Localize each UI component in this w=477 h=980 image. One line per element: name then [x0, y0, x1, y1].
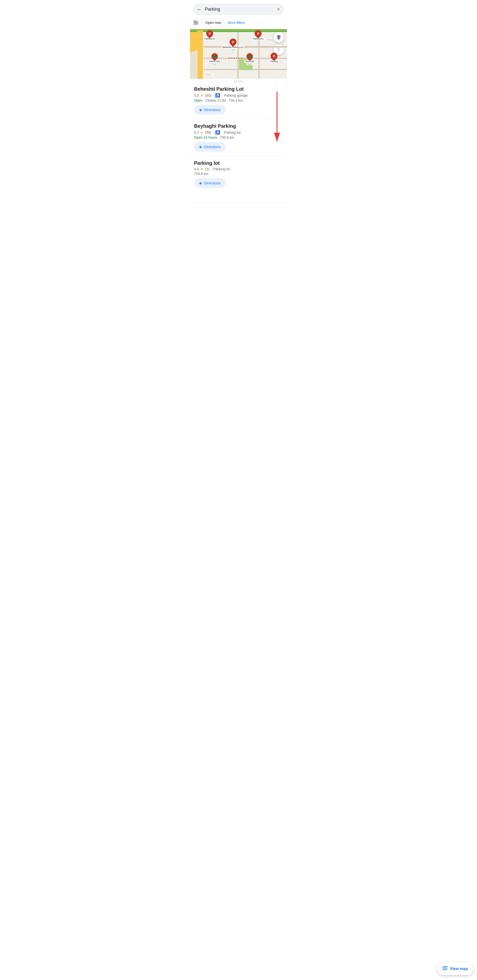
- rating-value: 3.5: [194, 94, 199, 97]
- results-list: Beheshti Parking Lot 3.5 ★ (50) · ♿ · Pa…: [190, 82, 287, 203]
- result-status: 729.8 km: [194, 172, 283, 176]
- result-meta: 4.2 ★ (56) · ♿ · Parking lot: [194, 130, 283, 135]
- search-query: Parking: [205, 7, 274, 12]
- result-type: Parking lot: [224, 130, 240, 134]
- directions-button[interactable]: ◈ Directions: [194, 178, 226, 188]
- filter-icon[interactable]: [193, 21, 199, 25]
- result-status: Open · Closes 21:00 · 730.4 km: [194, 99, 283, 102]
- star-icon: ★: [200, 130, 204, 134]
- svg-marker-7: [278, 50, 279, 52]
- result-type: Parking garage: [224, 94, 248, 97]
- map-pin-parking[interactable]: P Parking: [270, 53, 279, 63]
- result-name: Parking lot: [194, 160, 283, 166]
- clear-button[interactable]: ×: [277, 6, 280, 12]
- svg-point-5: [194, 23, 196, 25]
- directions-button[interactable]: ◈ Directions: [194, 142, 226, 152]
- search-bar[interactable]: ← Parking ×: [193, 3, 284, 15]
- result-item[interactable]: Beheshti Parking Lot 3.5 ★ (50) · ♿ · Pa…: [190, 82, 287, 119]
- filter-row: Open now More filters: [190, 18, 287, 29]
- result-name: Beyhaghi Parking: [194, 123, 283, 129]
- rating-value: 4.0: [194, 167, 199, 171]
- more-filters-button[interactable]: More filters: [228, 21, 245, 25]
- nav-icon: ◈: [199, 107, 202, 112]
- map-view[interactable]: 🚌 P Parking lot P Parking lot P Beheshti…: [190, 29, 287, 79]
- rating-value: 4.2: [194, 130, 199, 134]
- star-icon: ★: [200, 167, 204, 171]
- result-item[interactable]: Parking lot 4.0 ★ (1) · Parking lot 729.…: [190, 156, 287, 203]
- street-label: 4th St: [267, 38, 273, 41]
- result-name: Beheshti Parking Lot: [194, 86, 283, 92]
- svg-marker-6: [278, 48, 279, 50]
- result-meta: 4.0 ★ (1) · Parking lot: [194, 167, 283, 171]
- open-now-filter[interactable]: Open now: [201, 19, 225, 27]
- map-layers-button[interactable]: [273, 32, 284, 43]
- accessible-icon: ♿: [215, 93, 220, 98]
- review-count: (1): [205, 167, 209, 171]
- map-pin-beheshti[interactable]: P Beheshti Parking Lot Open: [222, 38, 244, 51]
- street-label: Ta...: [281, 43, 286, 46]
- result-status: Open 24 hours · 730.9 km: [194, 135, 283, 140]
- map-pin-afra-park[interactable]: 🌲 Afra Park Open: [244, 53, 255, 65]
- star-icon: ★: [200, 94, 204, 97]
- street-label: 11th S...: [205, 73, 213, 76]
- accessible-icon: ♿: [215, 130, 220, 135]
- svg-point-3: [194, 21, 196, 22]
- nav-icon: ◈: [199, 181, 202, 185]
- review-count: (56): [205, 130, 211, 134]
- map-pin[interactable]: P Parking lot: [204, 30, 216, 40]
- result-meta: 3.5 ★ (50) · ♿ · Parking garage: [194, 93, 283, 98]
- result-item[interactable]: Beyhaghi Parking 4.2 ★ (56) · ♿ · Parkin…: [190, 119, 287, 156]
- result-type: Parking lot: [213, 167, 229, 171]
- map-pin[interactable]: P Parking lot: [252, 30, 264, 40]
- map-pin-tadris-park[interactable]: 🌲 Tadris Park Open: [208, 53, 221, 65]
- back-button[interactable]: ←: [197, 6, 202, 12]
- nav-icon: ◈: [199, 145, 202, 149]
- directions-button[interactable]: ◈ Directions: [194, 105, 226, 115]
- review-count: (50): [205, 94, 211, 97]
- svg-point-4: [196, 22, 197, 23]
